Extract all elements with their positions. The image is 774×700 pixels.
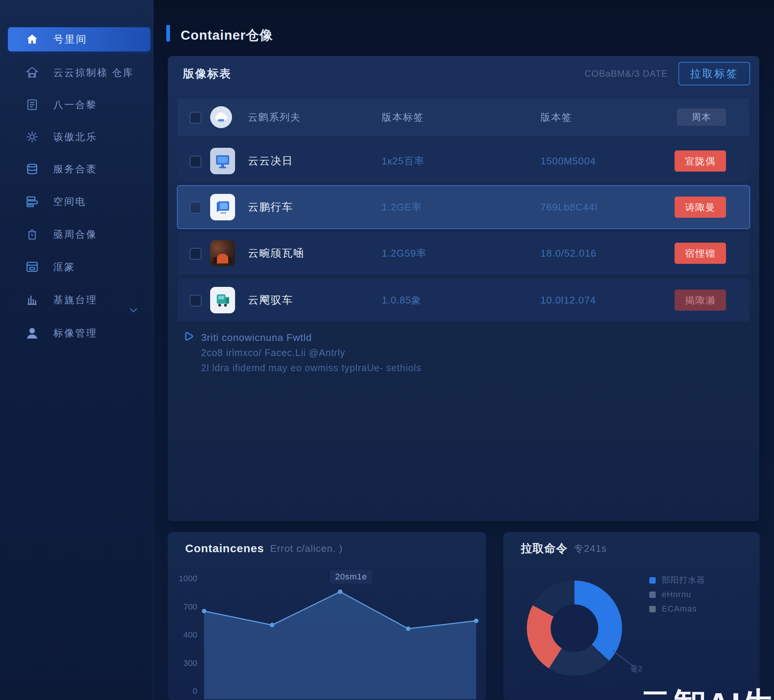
- legend-item: ECAmas: [649, 602, 705, 616]
- chevron-down-icon[interactable]: [128, 304, 139, 317]
- note-line: 3riti conowicnuna Fwtld: [201, 330, 637, 345]
- gear-icon: [24, 129, 40, 145]
- sidebar-item-label: 云云掠制榇 仓库: [53, 66, 134, 79]
- column-header-tag: 版本标签: [382, 111, 424, 124]
- table-row[interactable]: 云飗驭车 1.0.85象 10.0l12.074 揭陬濑: [178, 279, 749, 321]
- chart-title: 拉取命令: [521, 541, 568, 556]
- legend-item: 部阳打水器: [649, 573, 705, 587]
- pull-tags-button[interactable]: 拉取标签: [678, 62, 750, 85]
- image-tag: 1.2G59率: [382, 247, 426, 260]
- image-digest: 18.0/52.016: [541, 248, 596, 259]
- sidebar-item-label: 基旐台理: [53, 293, 97, 306]
- image-digest: 1500M5004: [541, 156, 595, 167]
- column-header-digest: 版本签: [541, 111, 572, 124]
- note-line: 2l ldra ifidemd may eo owmiss typlraUe- …: [201, 360, 637, 375]
- column-header-name: 云鹠系列夫: [248, 111, 301, 124]
- page-title-accent-bar: [166, 25, 170, 41]
- sidebar: 号里间 云云掠制榇 仓库 八一合黎 该傲北乐 服务合袤 空间电: [0, 0, 154, 700]
- jar-icon: [24, 226, 40, 243]
- sidebar-item-registry[interactable]: 洭篆: [8, 255, 150, 279]
- legend-label: eHnrnu: [662, 590, 691, 599]
- image-name: 云鹏行车: [248, 200, 293, 214]
- row-checkbox[interactable]: [190, 248, 202, 260]
- info-notes: 3riti conowicnuna Fwtld 2co8 irlmxco/ Fa…: [183, 330, 637, 375]
- image-tag: 1.2GE率: [382, 201, 422, 214]
- legend-swatch: [649, 591, 656, 598]
- table-row[interactable]: 云畹颀瓦㖤 1.2G59率 18.0/52.016 宿悝镏: [178, 232, 749, 275]
- sidebar-item-home[interactable]: 号里间: [8, 27, 150, 51]
- sidebar-item-images[interactable]: 亟周合像: [8, 222, 150, 247]
- monitor-icon: [210, 148, 235, 174]
- repo-icon: [24, 64, 40, 81]
- sidebar-item-label: 服务合袤: [53, 162, 97, 176]
- sidebar-item-services[interactable]: 服务合袤: [8, 157, 150, 181]
- table-row[interactable]: 云鹏行车 1.2GE率 769Lb8C44I 诪陬曼: [178, 186, 749, 228]
- legend-label: 部阳打水器: [662, 574, 705, 586]
- row-action-button[interactable]: 宿悝镏: [675, 243, 726, 264]
- row-action-button[interactable]: 宣陇偶: [675, 151, 726, 172]
- containers-line-chart-card: Containcenes Errot c/alicen. ) 1000 700 …: [168, 532, 486, 700]
- chart-title: Containcenes: [185, 542, 264, 555]
- user-icon: [24, 325, 40, 341]
- table-header-row: 云鹠系列夫 版本标签 版本签 周本: [178, 98, 749, 136]
- image-tag: 1к25百率: [382, 155, 424, 168]
- sidebar-item-docs[interactable]: 八一合黎: [8, 93, 150, 117]
- page-title: Container仓像: [181, 26, 273, 44]
- donut-hole: [551, 604, 598, 652]
- row-action-button[interactable]: 诪陬曼: [675, 197, 726, 218]
- image-digest: 769Lb8C44I: [541, 202, 598, 213]
- photo-avatar: [210, 240, 235, 266]
- donut-legend: 部阳打水器 eHnrnu ECAmas: [649, 573, 705, 616]
- image-tags-card: 版像标表 COBaBM&/3 DATE 拉取标签 云鹠系列夫 版本标签 版本签 …: [168, 56, 759, 521]
- card-header: 版像标表 COBaBM&/3 DATE 拉取标签: [168, 56, 759, 92]
- info-icon: [183, 331, 194, 344]
- layers-icon: [24, 193, 40, 210]
- legend-item: eHnrnu: [649, 587, 705, 602]
- sidebar-item-label: 八一合黎: [53, 98, 97, 111]
- cloud-icon: [210, 106, 232, 128]
- sidebar-item-label: 标像管理: [53, 326, 97, 340]
- home-icon: [24, 31, 40, 48]
- card-title: 版像标表: [183, 66, 231, 82]
- line-chart-svg: [200, 570, 480, 700]
- legend-swatch: [649, 606, 656, 612]
- row-checkbox[interactable]: [190, 156, 202, 167]
- row-checkbox[interactable]: [190, 202, 202, 213]
- donut-callout-label: 曼2: [630, 664, 642, 674]
- select-all-checkbox[interactable]: [190, 112, 202, 124]
- y-axis-ticks: 1000 700 400 300 0: [173, 574, 197, 695]
- row-action-button-disabled[interactable]: 揭陬濑: [675, 290, 726, 311]
- sidebar-item-settings[interactable]: 该傲北乐: [8, 125, 150, 149]
- chart-subtitle: 专241s: [574, 542, 607, 555]
- header-action-button[interactable]: 周本: [677, 109, 726, 126]
- card-meta-text: COBaBM&/3 DATE: [585, 68, 668, 79]
- ai-watermark: 云智AI生成: [640, 683, 774, 700]
- chart-tooltip: 20sm1e: [330, 570, 372, 584]
- folder-icon: [24, 258, 40, 275]
- image-digest: 10.0l12.074: [541, 295, 596, 306]
- sidebar-item-spaces[interactable]: 空间电: [8, 189, 150, 213]
- image-name: 云畹颀瓦㖤: [248, 246, 304, 260]
- sidebar-item-label: 洭篆: [53, 260, 75, 274]
- legend-swatch: [649, 577, 656, 584]
- image-tag: 1.0.85象: [382, 294, 422, 307]
- image-name: 云飗驭车: [248, 293, 293, 307]
- pull-commands-donut-card: 拉取命令 专241s 曼2 部阳打水器 eHnrnu ECAmas: [503, 532, 760, 700]
- table-row[interactable]: 云云决日 1к25百率 1500M5004 宣陇偶: [178, 140, 749, 182]
- image-name: 云云决日: [248, 154, 293, 168]
- row-checkbox[interactable]: [190, 295, 202, 306]
- sidebar-item-tags[interactable]: 标像管理: [8, 321, 150, 345]
- service-icon: [24, 161, 40, 177]
- sidebar-item-label: 亟周合像: [53, 228, 97, 241]
- chart-icon: [24, 291, 40, 308]
- sidebar-item-infrastructure[interactable]: 基旐台理: [8, 288, 150, 312]
- chart-subtitle: Errot c/alicen. ): [270, 543, 343, 554]
- sidebar-item-label: 该傲北乐: [53, 131, 97, 144]
- truck-icon: [210, 287, 235, 313]
- chart-card-header: Containcenes Errot c/alicen. ): [168, 532, 486, 565]
- sidebar-item-repo[interactable]: 云云掠制榇 仓库: [8, 60, 150, 84]
- note-line: 2co8 irlmxco/ Facec.Lii @Antrly: [201, 345, 637, 360]
- sidebar-item-label: 空间电: [53, 195, 86, 208]
- chart-card-header: 拉取命令 专241s: [503, 532, 760, 565]
- document-icon: [24, 96, 40, 113]
